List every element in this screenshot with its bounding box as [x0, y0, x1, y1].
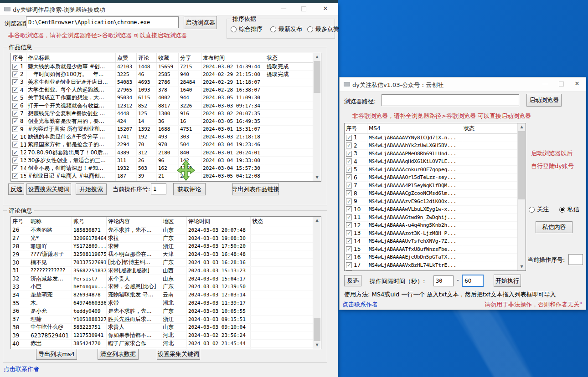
row-checkbox[interactable]: [346, 143, 352, 148]
row-checkbox[interactable]: [12, 118, 18, 124]
maximize-button[interactable]: [296, 3, 311, 15]
export-links-button[interactable]: 导出列表作品链接: [232, 183, 279, 195]
column-header[interactable]: MS4: [367, 123, 462, 133]
column-header[interactable]: 评论: [137, 53, 157, 62]
column-header[interactable]: 序号: [11, 53, 26, 62]
table-row[interactable]: 15MS4wLjABAAAATfxU8ufWnzsFbe...: [345, 245, 518, 254]
start-search-button[interactable]: 开始搜索: [76, 183, 107, 195]
table-row[interactable]: 32济南减龄发...Persist7求个贵人山东2024-03-03 15:04…: [11, 275, 313, 283]
scroll-down-icon[interactable]: ▼: [518, 263, 526, 270]
contact-author-link[interactable]: 点击联系作者: [4, 365, 39, 373]
column-header[interactable]: 状态: [251, 217, 313, 226]
row-checkbox[interactable]: [12, 181, 18, 181]
maximize-button[interactable]: [554, 77, 568, 91]
clear-list-button[interactable]: 清空列表数据: [98, 349, 139, 360]
table-row[interactable]: 4MS4wLjABAAAAqHdX61KiLOV7LE...: [345, 158, 518, 166]
works-scrollbar[interactable]: ▲ ▼: [313, 53, 321, 181]
row-checkbox[interactable]: [346, 190, 352, 196]
table-row[interactable]: 2MS4wLjABAAAAhYk2zUwLXGH5BV...: [345, 142, 518, 150]
comments-scrollbar[interactable]: ▲ ▼: [313, 217, 321, 349]
interval-min-input[interactable]: [433, 275, 454, 286]
title-bar[interactable]: dy关注私信v1.03-公众号：云创社 — ✕: [340, 77, 586, 92]
scroll-down-icon[interactable]: ▼: [313, 341, 321, 349]
table-row[interactable]: 16MS4wLjABAAAAEjeUbDn5pGTaTX...: [345, 254, 518, 262]
column-header[interactable]: 序号: [11, 217, 29, 226]
export-ms4-button[interactable]: 导出列表ms4: [36, 349, 77, 360]
row-checkbox[interactable]: [12, 111, 18, 117]
table-row[interactable]: 2一年时间如何挣100万。一年...32254625859402024-02-2…: [11, 71, 313, 78]
row-checkbox[interactable]: [12, 79, 18, 85]
table-row[interactable]: 1MS4wLjABAAAAVYNy8ICQd71X-n...: [345, 134, 518, 142]
minimize-button[interactable]: —: [538, 77, 552, 91]
table-row[interactable]: 27光*32066178464求拉广东2024-03-03 19:08:30: [11, 234, 313, 243]
minimize-button[interactable]: —: [276, 3, 291, 15]
table-row[interactable]: 6打开一个开关视频就会有收益...12312852881732262024-03…: [11, 102, 313, 110]
table-row[interactable]: 3MS4wLjABAAAAPMeO8Rh69lLUnd...: [345, 150, 518, 158]
row-checkbox[interactable]: [346, 167, 352, 173]
launch-browser-button[interactable]: 启动浏览器: [526, 94, 562, 107]
contact-author-link[interactable]: 点击联系作者: [342, 301, 378, 309]
table-row[interactable]: 9MS4wLjABAAAAzvE9Gc12diKOOx...: [345, 198, 518, 206]
row-checkbox[interactable]: [12, 142, 18, 148]
table-row[interactable]: 5MS4wLjABAAAAcnkur0OF7qopeq...: [345, 166, 518, 174]
browser-path-input[interactable]: [26, 16, 179, 28]
row-checkbox[interactable]: [12, 71, 18, 77]
column-header[interactable]: 分享: [179, 53, 201, 62]
table-row[interactable]: 9#内容过于真实 所有要创业和...152071392168847512024-…: [11, 126, 313, 133]
row-checkbox[interactable]: [12, 134, 18, 140]
column-header[interactable]: 状态: [265, 53, 313, 62]
start-execute-button[interactable]: 开始执行: [494, 275, 521, 287]
row-checkbox[interactable]: [12, 126, 18, 132]
row-checkbox[interactable]: [346, 214, 352, 220]
scroll-down-icon[interactable]: ▼: [313, 174, 321, 181]
row-checkbox[interactable]: [346, 158, 352, 164]
column-header[interactable]: 收藏: [157, 53, 179, 62]
row-checkbox[interactable]: [346, 238, 352, 244]
table-row[interactable]: 10MS4wLjABAAAAwVLbuLXEyg1w-x...: [345, 206, 518, 214]
row-checkbox[interactable]: [346, 199, 352, 204]
row-checkbox[interactable]: [12, 158, 18, 163]
table-row[interactable]: 8MS4wLjABAAAACgZcooNCMsd6lm...: [345, 190, 518, 198]
row-checkbox[interactable]: [346, 206, 352, 212]
table-row[interactable]: 29????谦谦君子32508119675我不明白那些在...天津2024-03…: [11, 250, 313, 259]
title-bar[interactable]: dy关键词作品搜索-浏览器连接成功 — ✕: [0, 3, 338, 15]
table-row[interactable]: 8创业光靠勤奋是没有用的，要...4241436162024-03-05 16:…: [11, 117, 313, 125]
launch-browser-button[interactable]: 启动浏览器: [184, 16, 217, 29]
radio-sort-newest[interactable]: 最新发布: [270, 25, 302, 33]
table-row[interactable]: 38中午吃什么@583223751求贵人山东2024-03-03 09:10:0…: [11, 324, 313, 332]
row-checkbox[interactable]: [346, 270, 352, 270]
row-checkbox[interactable]: [12, 165, 18, 171]
row-checkbox[interactable]: [346, 151, 352, 157]
table-row[interactable]: 26不老的路185836871先不求胜，先不...山东2024-03-03 20…: [11, 226, 313, 234]
column-header[interactable]: 状态: [462, 123, 518, 133]
browser-path-input[interactable]: [382, 94, 519, 106]
column-header[interactable]: 昵称: [29, 217, 72, 226]
table-row[interactable]: 5关于我成立工作室的想法，大...95034611540029442024-03…: [11, 94, 313, 102]
row-checkbox[interactable]: [12, 173, 18, 179]
table-row[interactable]: 34垫垫萌宠826934878宠物猫咪批发 寻...云南2024-03-03 1…: [11, 291, 313, 299]
scroll-up-icon[interactable]: ▲: [518, 123, 526, 131]
radio-sort-most-liked[interactable]: 最多点赞: [307, 25, 339, 33]
invert-selection-button[interactable]: 反选: [344, 275, 361, 286]
table-row[interactable]: 28珊珊吖YS172809...求带浙江2024-03-03 17:50:20: [11, 243, 313, 251]
table-row[interactable]: 17MS4wLjABAAAAVxBzHL74LkTtrE...: [345, 261, 518, 270]
row-checkbox[interactable]: [12, 64, 18, 70]
table-row[interactable]: 37理筛Y1051888327胜兵先胜而后求...浙江2024-03-03 09…: [11, 316, 313, 324]
table-row[interactable]: 14创业不易，创前请深思！#知...193250316213592024-03-…: [11, 164, 313, 172]
column-header[interactable]: 作品标题: [26, 53, 116, 62]
table-row[interactable]: 1270.80.90都套路出局了！00后...43893122180840202…: [11, 149, 313, 157]
row-checkbox[interactable]: [346, 174, 352, 180]
table-row[interactable]: 33小巨hetongxu...求带，会感恩[比心]广东2024-03-03 12…: [11, 283, 313, 291]
row-checkbox[interactable]: [12, 103, 18, 109]
row-checkbox[interactable]: [346, 222, 352, 228]
current-index-input[interactable]: [151, 183, 166, 194]
table-row[interactable]: 7想赚钱先学会复制#餐饮创业 ...444812513009162024-03-…: [11, 110, 313, 117]
row-checkbox[interactable]: [346, 230, 352, 236]
radio-sort-comprehensive[interactable]: 综合排序: [231, 25, 263, 33]
table-row[interactable]: 1赚大钱的本质就是少做事 #创...4210314481565972152024…: [11, 63, 313, 71]
table-row[interactable]: 15#创业日记 #电商人 #电商创...1873921242024-03-05 …: [11, 173, 313, 180]
row-checkbox[interactable]: [12, 150, 18, 156]
row-checkbox[interactable]: [346, 262, 352, 268]
table-row[interactable]: 7MS4wLjABAAAA4Pl5eyWqKlfDQM...: [345, 182, 518, 190]
table-row[interactable]: 11紧跟国家方针，都是捡金子的...2294709705042024-03-04…: [11, 141, 313, 149]
